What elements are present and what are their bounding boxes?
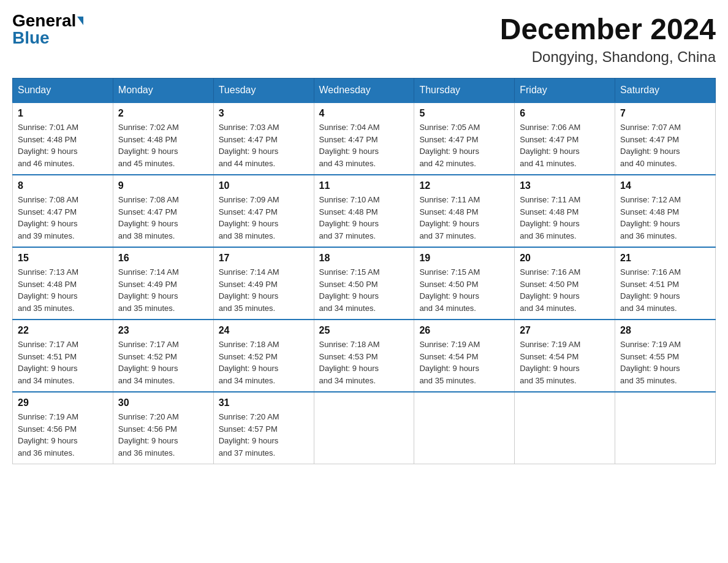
day-cell-31: 31Sunrise: 7:20 AMSunset: 4:57 PMDayligh… bbox=[213, 392, 314, 464]
day-cell-13: 13Sunrise: 7:11 AMSunset: 4:48 PMDayligh… bbox=[515, 175, 615, 247]
day-number: 2 bbox=[118, 108, 208, 119]
day-info: Sunrise: 7:01 AMSunset: 4:48 PMDaylight:… bbox=[18, 121, 108, 169]
day-info: Sunrise: 7:04 AMSunset: 4:47 PMDaylight:… bbox=[319, 121, 409, 169]
day-info: Sunrise: 7:19 AMSunset: 4:54 PMDaylight:… bbox=[419, 339, 509, 386]
day-info: Sunrise: 7:12 AMSunset: 4:48 PMDaylight:… bbox=[620, 194, 710, 242]
weekday-header-friday: Friday bbox=[515, 79, 615, 103]
day-number: 10 bbox=[219, 180, 309, 191]
day-number: 9 bbox=[118, 180, 208, 191]
day-number: 31 bbox=[219, 397, 309, 408]
calendar-table: SundayMondayTuesdayWednesdayThursdayFrid… bbox=[12, 78, 716, 464]
day-info: Sunrise: 7:18 AMSunset: 4:52 PMDaylight:… bbox=[219, 339, 309, 386]
empty-cell bbox=[515, 392, 615, 464]
day-cell-23: 23Sunrise: 7:17 AMSunset: 4:52 PMDayligh… bbox=[113, 320, 213, 392]
day-info: Sunrise: 7:18 AMSunset: 4:53 PMDaylight:… bbox=[319, 339, 409, 386]
day-cell-21: 21Sunrise: 7:16 AMSunset: 4:51 PMDayligh… bbox=[615, 247, 716, 320]
day-cell-1: 1Sunrise: 7:01 AMSunset: 4:48 PMDaylight… bbox=[13, 102, 113, 175]
day-number: 29 bbox=[18, 397, 108, 408]
day-number: 25 bbox=[319, 325, 409, 336]
day-cell-26: 26Sunrise: 7:19 AMSunset: 4:54 PMDayligh… bbox=[414, 320, 515, 392]
day-info: Sunrise: 7:11 AMSunset: 4:48 PMDaylight:… bbox=[419, 194, 509, 242]
day-info: Sunrise: 7:09 AMSunset: 4:47 PMDaylight:… bbox=[219, 194, 309, 242]
day-cell-17: 17Sunrise: 7:14 AMSunset: 4:49 PMDayligh… bbox=[213, 247, 314, 320]
day-number: 6 bbox=[520, 108, 610, 119]
weekday-header-tuesday: Tuesday bbox=[213, 79, 314, 103]
day-number: 11 bbox=[319, 180, 409, 191]
day-cell-18: 18Sunrise: 7:15 AMSunset: 4:50 PMDayligh… bbox=[314, 247, 414, 320]
logo-general-text: General bbox=[12, 12, 76, 29]
day-number: 16 bbox=[118, 253, 208, 264]
day-cell-22: 22Sunrise: 7:17 AMSunset: 4:51 PMDayligh… bbox=[13, 320, 113, 392]
day-cell-11: 11Sunrise: 7:10 AMSunset: 4:48 PMDayligh… bbox=[314, 175, 414, 247]
day-cell-28: 28Sunrise: 7:19 AMSunset: 4:55 PMDayligh… bbox=[615, 320, 716, 392]
day-number: 27 bbox=[520, 325, 610, 336]
day-info: Sunrise: 7:14 AMSunset: 4:49 PMDaylight:… bbox=[219, 266, 309, 314]
empty-cell bbox=[314, 392, 414, 464]
day-number: 26 bbox=[419, 325, 509, 336]
day-info: Sunrise: 7:19 AMSunset: 4:54 PMDaylight:… bbox=[520, 339, 610, 386]
day-cell-12: 12Sunrise: 7:11 AMSunset: 4:48 PMDayligh… bbox=[414, 175, 515, 247]
day-cell-6: 6Sunrise: 7:06 AMSunset: 4:47 PMDaylight… bbox=[515, 102, 615, 175]
day-info: Sunrise: 7:07 AMSunset: 4:47 PMDaylight:… bbox=[620, 121, 710, 169]
day-number: 21 bbox=[620, 253, 710, 264]
day-cell-16: 16Sunrise: 7:14 AMSunset: 4:49 PMDayligh… bbox=[113, 247, 213, 320]
day-number: 14 bbox=[620, 180, 710, 191]
day-cell-5: 5Sunrise: 7:05 AMSunset: 4:47 PMDaylight… bbox=[414, 102, 515, 175]
day-info: Sunrise: 7:11 AMSunset: 4:48 PMDaylight:… bbox=[520, 194, 610, 242]
empty-cell bbox=[615, 392, 716, 464]
weekday-header-monday: Monday bbox=[113, 79, 213, 103]
day-cell-24: 24Sunrise: 7:18 AMSunset: 4:52 PMDayligh… bbox=[213, 320, 314, 392]
day-info: Sunrise: 7:17 AMSunset: 4:52 PMDaylight:… bbox=[118, 339, 208, 386]
location-title: Dongying, Shandong, China bbox=[500, 48, 716, 66]
day-cell-29: 29Sunrise: 7:19 AMSunset: 4:56 PMDayligh… bbox=[13, 392, 113, 464]
day-number: 17 bbox=[219, 253, 309, 264]
day-info: Sunrise: 7:15 AMSunset: 4:50 PMDaylight:… bbox=[319, 266, 409, 314]
day-info: Sunrise: 7:15 AMSunset: 4:50 PMDaylight:… bbox=[419, 266, 509, 314]
week-row-3: 15Sunrise: 7:13 AMSunset: 4:48 PMDayligh… bbox=[13, 247, 716, 320]
day-number: 19 bbox=[419, 253, 509, 264]
header: General Blue December 2024 Dongying, Sha… bbox=[12, 12, 716, 66]
day-cell-2: 2Sunrise: 7:02 AMSunset: 4:48 PMDaylight… bbox=[113, 102, 213, 175]
day-info: Sunrise: 7:08 AMSunset: 4:47 PMDaylight:… bbox=[118, 194, 208, 242]
day-info: Sunrise: 7:03 AMSunset: 4:47 PMDaylight:… bbox=[219, 121, 309, 169]
day-cell-30: 30Sunrise: 7:20 AMSunset: 4:56 PMDayligh… bbox=[113, 392, 213, 464]
week-row-2: 8Sunrise: 7:08 AMSunset: 4:47 PMDaylight… bbox=[13, 175, 716, 247]
logo-blue-text: Blue bbox=[12, 29, 50, 47]
day-info: Sunrise: 7:20 AMSunset: 4:57 PMDaylight:… bbox=[219, 411, 309, 459]
day-info: Sunrise: 7:02 AMSunset: 4:48 PMDaylight:… bbox=[118, 121, 208, 169]
weekday-header-row: SundayMondayTuesdayWednesdayThursdayFrid… bbox=[13, 79, 716, 103]
day-cell-4: 4Sunrise: 7:04 AMSunset: 4:47 PMDaylight… bbox=[314, 102, 414, 175]
logo-triangle-icon bbox=[77, 17, 83, 25]
weekday-header-thursday: Thursday bbox=[414, 79, 515, 103]
day-cell-25: 25Sunrise: 7:18 AMSunset: 4:53 PMDayligh… bbox=[314, 320, 414, 392]
day-cell-9: 9Sunrise: 7:08 AMSunset: 4:47 PMDaylight… bbox=[113, 175, 213, 247]
day-info: Sunrise: 7:08 AMSunset: 4:47 PMDaylight:… bbox=[18, 194, 108, 242]
day-number: 13 bbox=[520, 180, 610, 191]
day-number: 3 bbox=[219, 108, 309, 119]
week-row-1: 1Sunrise: 7:01 AMSunset: 4:48 PMDaylight… bbox=[13, 102, 716, 175]
day-cell-14: 14Sunrise: 7:12 AMSunset: 4:48 PMDayligh… bbox=[615, 175, 716, 247]
day-cell-15: 15Sunrise: 7:13 AMSunset: 4:48 PMDayligh… bbox=[13, 247, 113, 320]
week-row-5: 29Sunrise: 7:19 AMSunset: 4:56 PMDayligh… bbox=[13, 392, 716, 464]
weekday-header-saturday: Saturday bbox=[615, 79, 716, 103]
day-number: 23 bbox=[118, 325, 208, 336]
day-info: Sunrise: 7:19 AMSunset: 4:56 PMDaylight:… bbox=[18, 411, 108, 459]
day-info: Sunrise: 7:16 AMSunset: 4:51 PMDaylight:… bbox=[620, 266, 710, 314]
day-number: 5 bbox=[419, 108, 509, 119]
logo: General Blue bbox=[12, 12, 83, 47]
day-cell-19: 19Sunrise: 7:15 AMSunset: 4:50 PMDayligh… bbox=[414, 247, 515, 320]
day-info: Sunrise: 7:17 AMSunset: 4:51 PMDaylight:… bbox=[18, 339, 108, 386]
month-title: December 2024 bbox=[500, 12, 716, 46]
day-info: Sunrise: 7:06 AMSunset: 4:47 PMDaylight:… bbox=[520, 121, 610, 169]
day-number: 22 bbox=[18, 325, 108, 336]
day-cell-27: 27Sunrise: 7:19 AMSunset: 4:54 PMDayligh… bbox=[515, 320, 615, 392]
day-cell-8: 8Sunrise: 7:08 AMSunset: 4:47 PMDaylight… bbox=[13, 175, 113, 247]
day-cell-7: 7Sunrise: 7:07 AMSunset: 4:47 PMDaylight… bbox=[615, 102, 716, 175]
weekday-header-sunday: Sunday bbox=[13, 79, 113, 103]
week-row-4: 22Sunrise: 7:17 AMSunset: 4:51 PMDayligh… bbox=[13, 320, 716, 392]
day-cell-3: 3Sunrise: 7:03 AMSunset: 4:47 PMDaylight… bbox=[213, 102, 314, 175]
empty-cell bbox=[414, 392, 515, 464]
day-number: 7 bbox=[620, 108, 710, 119]
day-info: Sunrise: 7:13 AMSunset: 4:48 PMDaylight:… bbox=[18, 266, 108, 314]
day-number: 12 bbox=[419, 180, 509, 191]
